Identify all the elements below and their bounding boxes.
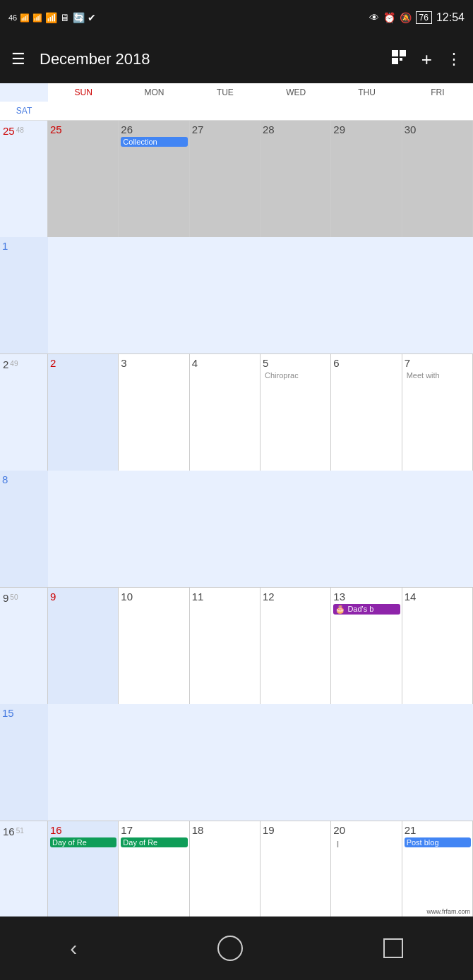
header-fri: FRI bbox=[402, 83, 473, 102]
day-num: 8 bbox=[2, 473, 47, 485]
day-cell-dec14[interactable]: 14 bbox=[402, 588, 473, 704]
week-num-50: 9 50 bbox=[0, 588, 48, 704]
svg-rect-0 bbox=[392, 50, 398, 56]
alarm-eye-icon: 👁 bbox=[369, 12, 379, 23]
toolbar: ☰ December 2018 + ⋮ bbox=[0, 35, 473, 83]
day-num: 14 bbox=[405, 591, 471, 603]
day-cell-nov29[interactable]: 29 bbox=[331, 121, 402, 237]
svg-rect-2 bbox=[392, 58, 398, 64]
battery-icon: 76 bbox=[416, 11, 432, 24]
day-headers: SUN MON TUE WED THU FRI SAT bbox=[0, 83, 473, 121]
event-chip[interactable]: Collection bbox=[121, 137, 187, 147]
sync-icon: 🔄 bbox=[73, 12, 85, 23]
svg-rect-3 bbox=[400, 58, 402, 61]
header-mon: MON bbox=[119, 83, 189, 102]
event-chip-chiroprac[interactable]: Chiroprac bbox=[263, 370, 329, 380]
day-cell-dec7[interactable]: 7 Meet with bbox=[402, 354, 473, 471]
day-num: 29 bbox=[333, 123, 400, 135]
week-row-2: 2 49 2 3 4 5 Chiroprac 6 7 Meet with 8 bbox=[0, 354, 473, 588]
day-num: 7 bbox=[405, 357, 471, 369]
watermark: www.frfam.com bbox=[426, 908, 470, 915]
day-cell-nov30[interactable]: 30 bbox=[402, 121, 473, 237]
day-cell-dec8[interactable]: 8 bbox=[0, 471, 48, 587]
day-num: 11 bbox=[192, 591, 258, 603]
signal-icon: 📶 bbox=[20, 13, 30, 23]
week-row-1: 25 48 25 26 Collection 27 28 29 30 1 bbox=[0, 121, 473, 354]
back-button[interactable]: ‹ bbox=[70, 936, 77, 960]
day-cell-dec1[interactable]: 1 bbox=[0, 237, 48, 353]
day-num: 5 bbox=[263, 357, 329, 369]
menu-button[interactable]: ☰ bbox=[11, 50, 25, 68]
day-num: 17 bbox=[121, 824, 187, 836]
recents-button[interactable] bbox=[383, 938, 403, 958]
alarm-icon: ⏰ bbox=[383, 12, 395, 23]
calendar-container: SUN MON TUE WED THU FRI SAT 25 48 25 26 … bbox=[0, 83, 473, 980]
day-num: 18 bbox=[192, 824, 258, 836]
time-display: 12:54 bbox=[436, 11, 465, 24]
day-num: 27 bbox=[192, 123, 258, 135]
nav-bar: ‹ bbox=[0, 917, 473, 980]
day-num: 16 bbox=[50, 824, 116, 836]
event-chip-dads[interactable]: 🎂 Dad's b bbox=[333, 604, 400, 615]
toolbar-title: December 2018 bbox=[40, 50, 382, 68]
svg-rect-1 bbox=[400, 50, 406, 56]
day-cell-dec5[interactable]: 5 Chiroprac bbox=[261, 354, 331, 471]
day-cell-nov26[interactable]: 26 Collection bbox=[119, 121, 189, 237]
status-bar: 46 📶 📶 📶 🖥 🔄 ✔ 👁 ⏰ 🔕 76 12:54 bbox=[0, 0, 473, 35]
day-num: 4 bbox=[192, 357, 258, 369]
header-tue: TUE bbox=[190, 83, 261, 102]
day-num: 26 bbox=[121, 123, 187, 135]
event-chip-meet[interactable]: Meet with bbox=[405, 370, 471, 380]
header-wed: WED bbox=[261, 83, 331, 102]
network-icon: 46 bbox=[8, 13, 17, 22]
day-num: 6 bbox=[333, 357, 400, 369]
day-cell-dec9[interactable]: 9 bbox=[48, 588, 119, 704]
event-chip-day-of-re-17[interactable]: Day of Re bbox=[121, 837, 187, 847]
day-cell-dec6[interactable]: 6 bbox=[331, 354, 402, 471]
day-num: 12 bbox=[263, 591, 329, 603]
day-num: 3 bbox=[121, 357, 187, 369]
day-cell-dec3[interactable]: 3 bbox=[119, 354, 189, 471]
week-row-3: 9 50 9 10 11 12 13 🎂 Dad's b 14 15 bbox=[0, 588, 473, 821]
day-num: 10 bbox=[121, 591, 187, 603]
week-num-49: 2 49 bbox=[0, 354, 48, 471]
day-cell-dec13[interactable]: 13 🎂 Dad's b bbox=[331, 588, 402, 704]
day-num: 21 bbox=[405, 824, 471, 836]
day-cell-dec12[interactable]: 12 bbox=[261, 588, 331, 704]
day-cell-dec2[interactable]: 2 bbox=[48, 354, 119, 471]
add-event-button[interactable]: + bbox=[421, 49, 432, 71]
day-cell-dec10[interactable]: 10 bbox=[119, 588, 189, 704]
day-num: 19 bbox=[263, 824, 329, 836]
day-num: 30 bbox=[405, 123, 471, 135]
day-num: 25 bbox=[50, 123, 116, 135]
mute-icon: 🔕 bbox=[400, 12, 412, 23]
wifi-icon: 📶 bbox=[45, 12, 57, 23]
day-num: 9 bbox=[50, 591, 116, 603]
day-num: 15 bbox=[2, 707, 47, 719]
status-left: 46 📶 📶 📶 🖥 🔄 ✔ bbox=[8, 12, 96, 23]
day-num: 20 bbox=[333, 824, 400, 836]
header-sat: SAT bbox=[0, 102, 48, 120]
day-num: 2 bbox=[50, 357, 116, 369]
day-num: 1 bbox=[2, 240, 47, 252]
day-cell-nov28[interactable]: 28 bbox=[261, 121, 331, 237]
day-cell-nov27[interactable]: 27 bbox=[190, 121, 261, 237]
day-cell-dec4[interactable]: 4 bbox=[190, 354, 261, 471]
grid-view-icon[interactable] bbox=[390, 49, 407, 70]
day-cell-dec15[interactable]: 15 bbox=[0, 704, 48, 821]
event-chip-day-of-re-16[interactable]: Day of Re bbox=[50, 837, 116, 847]
day-cell-nov25[interactable]: 25 bbox=[48, 121, 119, 237]
signal2-icon: 📶 bbox=[32, 13, 42, 23]
status-right: 👁 ⏰ 🔕 76 12:54 bbox=[369, 11, 465, 24]
day-num: 28 bbox=[263, 123, 329, 135]
header-thu: THU bbox=[331, 83, 402, 102]
day-cell-dec11[interactable]: 11 bbox=[190, 588, 261, 704]
home-button[interactable] bbox=[217, 936, 243, 961]
toolbar-icons: + ⋮ bbox=[390, 49, 462, 71]
header-sun: SUN bbox=[48, 83, 119, 102]
more-options-button[interactable]: ⋮ bbox=[446, 50, 462, 68]
event-dot-20: ı bbox=[333, 837, 339, 849]
event-chip-post-blog[interactable]: Post blog bbox=[405, 837, 471, 847]
week-num-48: 25 48 bbox=[0, 121, 48, 237]
check-icon: ✔ bbox=[88, 12, 96, 23]
